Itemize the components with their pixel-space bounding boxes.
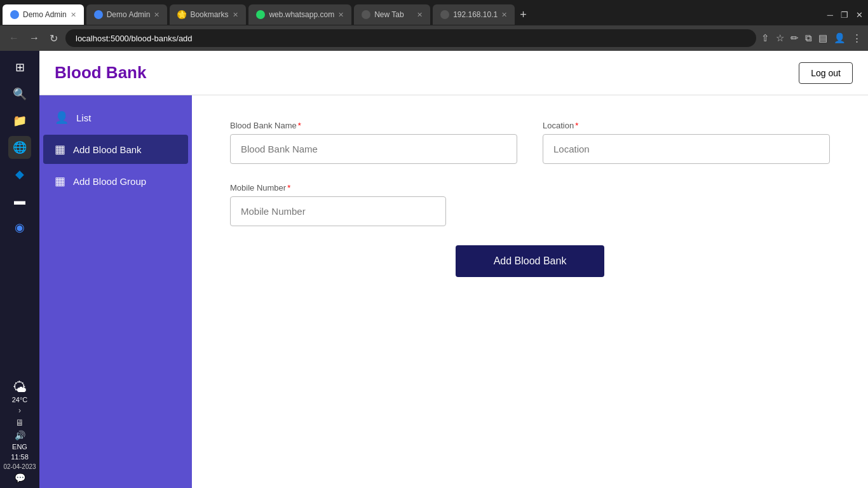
close-icon[interactable]: ✕ — [856, 10, 863, 20]
tab-new-tab[interactable]: New Tab ✕ — [354, 4, 430, 25]
os-time: 11:58 — [11, 453, 29, 461]
back-button[interactable]: ← — [6, 31, 22, 45]
menu-icon[interactable]: ⋮ — [852, 32, 862, 44]
tab-label: web.whatsapp.com — [269, 10, 334, 19]
new-tab-button[interactable]: + — [515, 8, 532, 22]
form-row-1: Blood Bank Name* Location* — [230, 121, 830, 164]
tab-label: Demo Admin — [23, 10, 67, 19]
tab-close-icon[interactable]: ✕ — [71, 11, 76, 19]
profile-icon[interactable]: 👤 — [834, 32, 846, 44]
blood-bank-name-group: Blood Bank Name* — [230, 121, 517, 164]
tab-close-icon[interactable]: ✕ — [417, 11, 423, 19]
required-star-location: * — [575, 121, 578, 130]
address-input[interactable] — [65, 29, 756, 47]
tab-controls: ─ ❐ ✕ — [827, 10, 868, 20]
forward-button[interactable]: → — [27, 31, 42, 45]
os-chrome-icon[interactable]: ◉ — [8, 216, 31, 239]
submit-button[interactable]: Add Blood Bank — [456, 245, 605, 277]
add-blood-bank-icon: ▦ — [55, 142, 65, 156]
os-monitor-icon[interactable]: 🖥 — [15, 417, 24, 428]
sidebar-item-list[interactable]: 👤 List — [39, 102, 192, 133]
tab-ip[interactable]: 192.168.10.1 ✕ — [433, 4, 515, 25]
app-body: 👤 List ▦ Add Blood Bank ▦ Add Blood Grou… — [39, 95, 868, 488]
browser-chrome: Demo Admin ✕ Demo Admin ✕ ⭐ Bookmarks ✕ … — [0, 0, 868, 51]
location-input[interactable] — [543, 134, 830, 164]
os-folder-icon[interactable]: 📁 — [8, 109, 31, 132]
os-browser-icon[interactable]: 🌐 — [8, 136, 31, 159]
os-language[interactable]: ENG — [12, 443, 27, 451]
tab-close-icon[interactable]: ✕ — [154, 11, 159, 19]
mobile-number-group: Mobile Number* — [230, 183, 446, 226]
tab-label: New Tab — [374, 10, 413, 19]
form-row-2: Mobile Number* — [230, 183, 830, 226]
reload-button[interactable]: ↻ — [47, 31, 60, 46]
tab-bar: Demo Admin ✕ Demo Admin ✕ ⭐ Bookmarks ✕ … — [0, 0, 868, 25]
sidebar-add-blood-group-label: Add Blood Group — [73, 176, 146, 187]
tab-bookmarks[interactable]: ⭐ Bookmarks ✕ — [170, 4, 246, 25]
tab-demo-admin-2[interactable]: Demo Admin ✕ — [86, 4, 168, 25]
list-icon: 👤 — [55, 111, 69, 125]
os-expand-icon[interactable]: › — [18, 406, 21, 415]
os-date: 02-04-2023 — [3, 463, 36, 470]
weather-icon: 🌤 — [13, 379, 27, 396]
required-star-mobile: * — [287, 183, 290, 193]
tab-favicon: ⭐ — [177, 10, 186, 19]
mobile-number-label: Mobile Number* — [230, 183, 446, 193]
sidebar-item-add-blood-bank[interactable]: ▦ Add Blood Bank — [43, 135, 188, 164]
tab-close-icon[interactable]: ✕ — [501, 11, 507, 19]
app-layout: ⊞ 🔍 📁 🌐 ◆ ▬ ◉ 🌤 24°C › 🖥 🔊 ENG 11:58 02-… — [0, 51, 868, 488]
os-start-icon[interactable]: ⊞ — [8, 56, 31, 79]
app-header: Blood Bank Log out — [39, 51, 868, 95]
sidebar: 👤 List ▦ Add Blood Bank ▦ Add Blood Grou… — [39, 95, 192, 488]
restore-icon[interactable]: ❐ — [841, 10, 848, 20]
share-icon[interactable]: ⇧ — [761, 32, 770, 44]
blood-bank-name-input[interactable] — [230, 134, 517, 164]
blood-bank-name-label: Blood Bank Name* — [230, 121, 517, 130]
tab-label: 192.168.10.1 — [453, 10, 498, 19]
weather-widget: 🌤 24°C — [12, 379, 28, 403]
add-blood-group-icon: ▦ — [55, 174, 65, 188]
logout-button[interactable]: Log out — [799, 62, 853, 84]
tab-favicon — [362, 10, 370, 19]
sidebar-item-add-blood-group[interactable]: ▦ Add Blood Group — [39, 165, 192, 197]
bookmark-icon[interactable]: ☆ — [776, 32, 784, 44]
required-star: * — [298, 121, 301, 130]
form-area: Blood Bank Name* Location* Mobi — [192, 95, 868, 488]
os-volume-icon[interactable]: 🔊 — [15, 430, 25, 440]
sidebar-add-blood-bank-label: Add Blood Bank — [73, 144, 142, 155]
tab-favicon — [94, 10, 103, 19]
tab-whatsapp[interactable]: web.whatsapp.com ✕ — [248, 4, 351, 25]
location-group: Location* — [543, 121, 830, 164]
minimize-icon[interactable]: ─ — [827, 10, 833, 20]
tab-label: Demo Admin — [107, 10, 151, 19]
os-bottom: 🌤 24°C › 🖥 🔊 ENG 11:58 02-04-2023 💬 — [3, 379, 36, 483]
os-search-icon[interactable]: 🔍 — [8, 83, 31, 105]
tab-close-icon[interactable]: ✕ — [338, 11, 344, 19]
submit-row: Add Blood Bank — [230, 245, 830, 277]
tab-favicon — [256, 10, 265, 19]
sidebar-list-label: List — [76, 112, 91, 123]
address-bar-row: ← → ↻ ⇧ ☆ ✏ ⧉ ▤ 👤 ⋮ — [0, 25, 868, 51]
os-terminal-icon[interactable]: ▬ — [8, 189, 31, 212]
os-notification-icon[interactable]: 💬 — [15, 473, 25, 483]
toolbar-icons: ⇧ ☆ ✏ ⧉ ▤ 👤 ⋮ — [761, 32, 862, 44]
os-vscode-icon[interactable]: ◆ — [8, 163, 31, 186]
main-content: Blood Bank Log out 👤 List ▦ Add Blood Ba… — [39, 51, 868, 488]
os-taskbar: ⊞ 🔍 📁 🌐 ◆ ▬ ◉ 🌤 24°C › 🖥 🔊 ENG 11:58 02-… — [0, 51, 39, 488]
tab-close-icon[interactable]: ✕ — [233, 11, 238, 19]
tab-label: Bookmarks — [190, 10, 229, 19]
mobile-number-input[interactable] — [230, 196, 446, 226]
location-label: Location* — [543, 121, 830, 130]
temperature: 24°C — [12, 396, 28, 403]
highlight-icon[interactable]: ✏ — [790, 32, 799, 44]
tab-favicon — [440, 10, 449, 19]
app-title: Blood Bank — [55, 63, 146, 83]
tab-demo-admin-1[interactable]: Demo Admin ✕ — [3, 4, 84, 25]
extensions-icon[interactable]: ⧉ — [805, 32, 812, 44]
sidebar-toggle-icon[interactable]: ▤ — [818, 32, 827, 44]
tab-favicon — [10, 10, 19, 19]
